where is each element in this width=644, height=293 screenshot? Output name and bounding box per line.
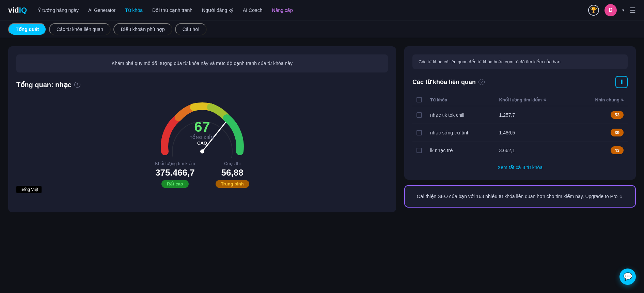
table-row: lk nhạc trẻ 3.662,1 43 [412,142,628,159]
sort-volume[interactable]: Khối lượng tìm kiếm ⇅ [499,97,546,102]
download-button[interactable]: ⬇ [615,76,628,88]
nav-link-ai-coach[interactable]: AI Coach [243,7,263,13]
right-description: Các từ khóa có liên quan đến từ khóa hoặ… [412,54,628,69]
cell-score-2: 43 [575,142,628,159]
cell-keyword-2: lk nhạc trẻ [426,142,495,159]
related-keywords-card: Các từ khóa có liên quan đến từ khóa hoặ… [404,46,636,180]
view-all-link[interactable]: Xem tất cả 3 từ khóa [412,159,628,172]
right-panel: Các từ khóa có liên quan đến từ khóa hoặ… [404,46,636,212]
logo-vid: vid [8,6,19,14]
sort-arrows-volume: ⇅ [543,98,546,102]
col-overview-label: Nhìn chung [595,97,620,102]
gauge-label-main: TỔNG ĐIỂM [190,135,214,140]
tab-matching-terms[interactable]: Điều khoản phù hợp [113,23,172,35]
sub-nav: Tổng quát Các từ khóa liên quan Điều kho… [0,20,644,38]
stat-volume-label: Khối lượng tìm kiếm [155,161,195,166]
gauge-container: 67 TỔNG ĐIỂM CAO Khối lượng tìm kiếm 375… [16,97,388,193]
top-nav: vidIQ Ý tưởng hàng ngày AI Generator Từ … [0,0,644,20]
row-checkbox-2[interactable] [417,148,422,153]
nav-link-competitors[interactable]: Đối thủ cạnh tranh [152,7,192,13]
main-content: Khám phá quy mô đối tượng của từ khóa nà… [0,38,644,221]
stat-search-volume: Khối lượng tìm kiếm 375.466,7 Rất cao [155,161,195,188]
sort-overview[interactable]: Nhìn chung ⇅ [595,97,624,102]
help-icon-left[interactable]: ? [74,82,80,88]
stats-row: Khối lượng tìm kiếm 375.466,7 Rất cao Cu… [155,161,249,188]
gauge-score: 67 [190,120,214,134]
cell-volume-0: 1.257,7 [495,106,575,124]
table-row: nhạc tik tok chill 1.257,7 53 [412,106,628,124]
sort-arrows-overview: ⇅ [621,98,624,102]
svg-point-2 [200,149,204,153]
table-header-checkbox-wrap [417,97,422,102]
tab-questions[interactable]: Câu hỏi [175,23,207,35]
trophy-icon[interactable]: 🏆 [588,5,599,16]
chat-bubble[interactable]: 💬 [619,268,636,285]
related-title: Các từ khóa liên quan ? [412,78,485,86]
stat-competition: Cuộc thi 56,88 Trung bình [216,161,249,188]
nav-right: 🏆 D ▾ ☰ [588,4,636,16]
score-badge-1: 39 [611,129,624,136]
cell-score-1: 39 [575,124,628,142]
tab-overview[interactable]: Tổng quát [8,23,46,35]
col-header-volume[interactable]: Khối lượng tìm kiếm ⇅ [495,94,575,106]
stat-volume-badge: Rất cao [161,180,189,188]
col-header-overview[interactable]: Nhìn chung ⇅ [575,94,628,106]
nav-link-ai-generator[interactable]: AI Generator [88,7,115,13]
select-all-checkbox[interactable] [417,97,422,102]
col-volume-label: Khối lượng tìm kiếm [499,97,542,102]
avatar[interactable]: D [604,4,617,16]
col-header-keyword: Từ khóa [426,94,495,106]
nav-link-subscribers[interactable]: Người đăng ký [202,7,233,13]
nav-link-keywords[interactable]: Từ khóa [125,7,143,13]
help-icon-right[interactable]: ? [478,79,485,85]
cell-volume-2: 3.662,1 [495,142,575,159]
stat-competition-badge: Trung bình [216,180,249,188]
nav-links: Ý tưởng hàng ngày AI Generator Từ khóa Đ… [38,7,577,13]
keywords-table: Từ khóa Khối lượng tìm kiếm ⇅ Nhìn chung… [412,94,628,159]
related-title-text: Các từ khóa liên quan [412,78,476,86]
tab-related-keywords[interactable]: Các từ khóa liên quan [49,23,111,35]
logo[interactable]: vidIQ [8,6,27,15]
stat-volume-value: 375.466,7 [155,167,195,178]
avatar-caret-icon[interactable]: ▾ [622,8,624,13]
hamburger-icon[interactable]: ☰ [630,6,636,14]
gauge-center: 67 TỔNG ĐIỂM CAO [190,120,214,146]
language-badge: Tiếng Việt [16,186,42,193]
score-badge-0: 53 [611,111,624,119]
left-section-title: Tổng quan: nhạc ? [16,81,388,89]
row-checkbox-1[interactable] [417,130,422,135]
score-badge-2: 43 [611,146,624,154]
left-description: Khám phá quy mô đối tượng của từ khóa nà… [16,54,388,72]
logo-text: vidIQ [8,6,27,15]
cell-keyword-1: nhạc sống trữ tình [426,124,495,142]
nav-link-ideas[interactable]: Ý tưởng hàng ngày [38,7,79,13]
table-row: nhạc sống trữ tình 1.486,5 39 [412,124,628,142]
cell-volume-1: 1.486,5 [495,124,575,142]
gauge-svg: 67 TỔNG ĐIỂM CAO [148,97,257,158]
cell-score-0: 53 [575,106,628,124]
gauge-label-sub: CAO [190,141,214,146]
left-title-text: Tổng quan: nhạc [16,81,72,89]
nav-link-upgrade[interactable]: Nâng cấp [272,7,293,13]
stat-competition-label: Cuộc thi [216,161,249,166]
row-checkbox-0[interactable] [417,112,422,118]
stat-competition-value: 56,88 [216,167,249,178]
left-panel: Khám phá quy mô đối tượng của từ khóa nà… [8,46,396,212]
upgrade-banner-text: Cải thiện SEO của bạn với 163 nhiều từ k… [417,194,624,199]
cell-keyword-0: nhạc tik tok chill [426,106,495,124]
logo-iq: IQ [19,6,27,14]
upgrade-banner: Cải thiện SEO của bạn với 163 nhiều từ k… [404,185,636,208]
related-title-row: Các từ khóa liên quan ? ⬇ [412,76,628,88]
